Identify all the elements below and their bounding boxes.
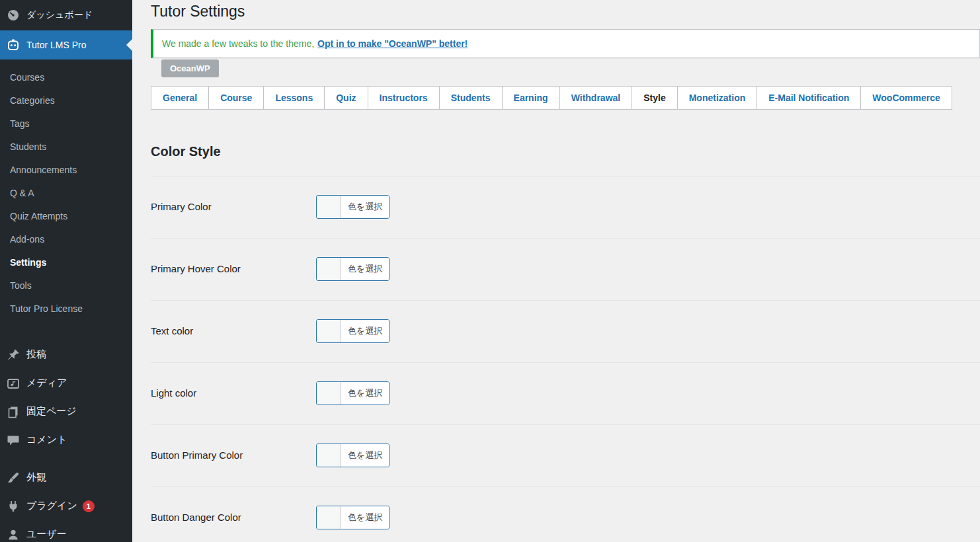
sidebar-item-posts[interactable]: 投稿 (0, 340, 132, 369)
notice-message: We made a few tweaks to the theme, (162, 38, 314, 49)
color-swatch (317, 258, 341, 280)
setting-label: Button Primary Color (151, 449, 316, 461)
media-icon (7, 377, 20, 390)
sidebar-item-students[interactable]: Students (0, 136, 132, 159)
sidebar-item-categories[interactable]: Categories (0, 89, 132, 112)
settings-row-button-danger-color: Button Danger Color 色を選択 (151, 486, 980, 542)
settings-tabs: General Course Lessons Quiz Instructors … (151, 86, 952, 110)
color-swatch (317, 382, 341, 405)
sidebar-item-qa[interactable]: Q & A (0, 182, 132, 205)
sidebar-item-tags[interactable]: Tags (0, 112, 132, 136)
tab-email-notification[interactable]: E-Mail Notification (757, 87, 861, 109)
color-picker-label: 色を選択 (341, 320, 389, 342)
sidebar-item-label: メディア (26, 377, 67, 389)
color-picker-button[interactable]: 色を選択 (316, 195, 389, 219)
settings-row-text-color: Text color 色を選択 (151, 300, 980, 362)
sidebar-item-label: ユーザー (26, 528, 67, 541)
sidebar-item-media[interactable]: メディア (0, 369, 132, 397)
pin-icon (7, 348, 20, 362)
color-swatch (317, 320, 341, 342)
plugins-icon (7, 500, 20, 513)
admin-sidebar: ダッシュボード Tutor LMS Pro Courses Categories… (0, 0, 132, 542)
tab-woocommerce[interactable]: WooCommerce (861, 87, 951, 109)
color-picker-button[interactable]: 色を選択 (316, 381, 389, 405)
sidebar-item-courses[interactable]: Courses (0, 66, 132, 89)
tab-style[interactable]: Style (632, 87, 677, 109)
theme-notice: We made a few tweaks to the theme, Opt i… (151, 29, 980, 58)
color-settings-table: Primary Color 色を選択 Primary Hover Color 色… (151, 176, 980, 542)
sidebar-item-settings[interactable]: Settings (0, 251, 132, 274)
tutor-lms-icon (7, 38, 20, 52)
sidebar-item-appearance[interactable]: 外観 (0, 463, 132, 492)
color-picker-label: 色を選択 (341, 506, 389, 529)
sidebar-item-tutor-lms-pro[interactable]: Tutor LMS Pro (0, 30, 132, 59)
tab-earning[interactable]: Earning (503, 87, 560, 109)
sidebar-item-label: Tutor LMS Pro (26, 40, 87, 50)
section-heading: Color Style (151, 144, 980, 159)
dashboard-icon (7, 9, 20, 22)
sidebar-item-label: ダッシュボード (26, 9, 93, 21)
settings-row-primary-hover-color: Primary Hover Color 色を選択 (151, 238, 980, 300)
sidebar-item-comments[interactable]: コメント (0, 426, 132, 454)
color-swatch (317, 444, 341, 467)
sidebar-item-pages[interactable]: 固定ページ (0, 397, 132, 426)
setting-label: Text color (151, 325, 316, 336)
pages-icon (7, 405, 20, 418)
sidebar-item-label: 外観 (26, 471, 46, 484)
sidebar-item-tutor-pro-license[interactable]: Tutor Pro License (0, 297, 132, 321)
comments-icon (7, 434, 20, 447)
sidebar-item-announcements[interactable]: Announcements (0, 159, 132, 182)
sidebar-item-dashboard[interactable]: ダッシュボード (0, 0, 132, 30)
sidebar-item-addons[interactable]: Add-ons (0, 228, 132, 251)
color-picker-button[interactable]: 色を選択 (316, 444, 389, 467)
sidebar-item-plugins[interactable]: プラグイン 1 (0, 492, 132, 520)
color-picker-button[interactable]: 色を選択 (316, 319, 389, 343)
settings-row-button-primary-color: Button Primary Color 色を選択 (151, 424, 980, 486)
color-picker-button[interactable]: 色を選択 (316, 506, 389, 529)
opt-in-link[interactable]: Opt in to make "OceanWP" better! (317, 38, 468, 49)
tab-monetization[interactable]: Monetization (678, 87, 758, 109)
color-picker-label: 色を選択 (341, 258, 389, 280)
sidebar-item-label: 投稿 (26, 348, 46, 361)
plugins-update-badge: 1 (83, 500, 95, 512)
tab-lessons[interactable]: Lessons (264, 87, 325, 109)
color-swatch (317, 196, 341, 218)
tab-instructors[interactable]: Instructors (368, 87, 440, 109)
tab-course[interactable]: Course (209, 87, 264, 109)
tab-withdrawal[interactable]: Withdrawal (560, 87, 633, 109)
setting-label: Primary Color (151, 201, 316, 212)
setting-label: Button Danger Color (151, 512, 316, 523)
settings-row-light-color: Light color 色を選択 (151, 362, 980, 424)
color-picker-label: 色を選択 (341, 382, 389, 405)
tab-general[interactable]: General (151, 87, 209, 109)
tutor-submenu: Courses Categories Tags Students Announc… (0, 59, 132, 331)
tab-students[interactable]: Students (440, 87, 503, 109)
sidebar-item-quiz-attempts[interactable]: Quiz Attempts (0, 205, 132, 228)
page-title: Tutor Settings (151, 0, 980, 22)
setting-label: Light color (151, 387, 316, 399)
settings-row-primary-color: Primary Color 色を選択 (151, 176, 980, 238)
sidebar-item-users[interactable]: ユーザー (0, 520, 132, 542)
tab-quiz[interactable]: Quiz (325, 87, 368, 109)
sidebar-item-tools[interactable]: Tools (0, 274, 132, 297)
wp-main-menu: 投稿 メディア 固定ページ (0, 340, 132, 542)
setting-label: Primary Hover Color (151, 263, 316, 274)
color-picker-label: 色を選択 (341, 196, 389, 218)
menu-separator (0, 454, 132, 463)
oceanwp-badge: OceanWP (161, 59, 219, 77)
main-content: Tutor Settings We made a few tweaks to t… (132, 0, 980, 542)
color-swatch (317, 506, 341, 529)
sidebar-item-label: プラグイン (26, 500, 77, 512)
color-picker-button[interactable]: 色を選択 (316, 257, 389, 281)
appearance-icon (7, 471, 20, 484)
sidebar-item-label: コメント (26, 434, 67, 446)
color-picker-label: 色を選択 (341, 444, 389, 467)
users-icon (7, 528, 20, 541)
sidebar-item-label: 固定ページ (26, 405, 77, 418)
